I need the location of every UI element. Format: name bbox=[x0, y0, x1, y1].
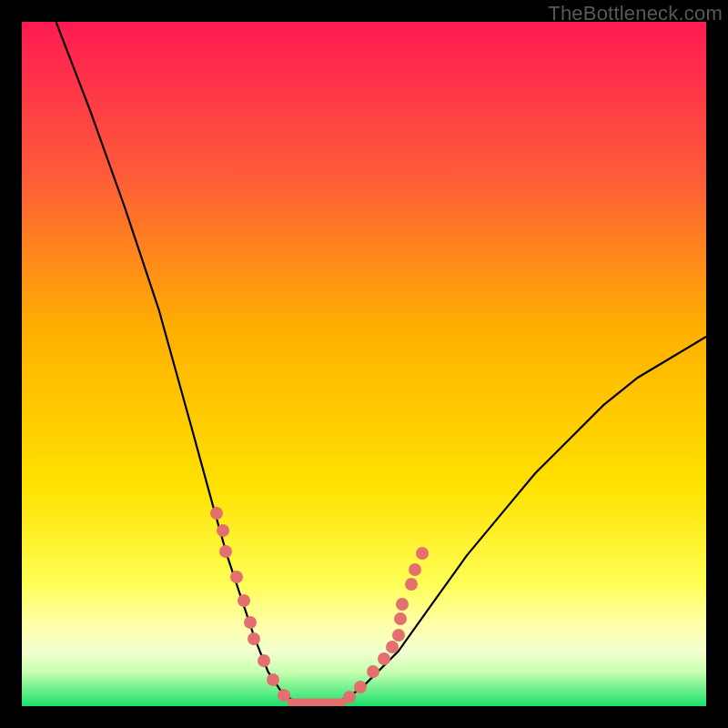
svg-point-14 bbox=[386, 641, 399, 653]
svg-point-16 bbox=[394, 612, 407, 625]
gradient-background bbox=[22, 22, 706, 706]
svg-point-5 bbox=[244, 616, 257, 629]
svg-point-2 bbox=[219, 545, 232, 558]
svg-point-3 bbox=[230, 571, 243, 583]
svg-point-8 bbox=[267, 673, 279, 686]
svg-point-1 bbox=[217, 524, 229, 537]
svg-point-0 bbox=[210, 507, 223, 520]
svg-point-12 bbox=[367, 665, 379, 678]
svg-point-7 bbox=[258, 654, 270, 667]
svg-point-4 bbox=[238, 594, 250, 607]
svg-point-19 bbox=[409, 563, 421, 576]
svg-point-9 bbox=[278, 689, 290, 702]
svg-point-20 bbox=[416, 547, 429, 560]
svg-point-6 bbox=[248, 632, 260, 645]
svg-point-18 bbox=[405, 578, 418, 591]
svg-point-13 bbox=[378, 652, 390, 665]
bottleneck-chart bbox=[22, 22, 706, 706]
watermark-text: TheBottleneck.com bbox=[548, 2, 723, 25]
svg-point-10 bbox=[343, 691, 356, 703]
svg-point-17 bbox=[396, 598, 409, 611]
svg-point-15 bbox=[392, 629, 405, 642]
chart-frame bbox=[22, 22, 706, 706]
svg-point-11 bbox=[354, 681, 367, 693]
